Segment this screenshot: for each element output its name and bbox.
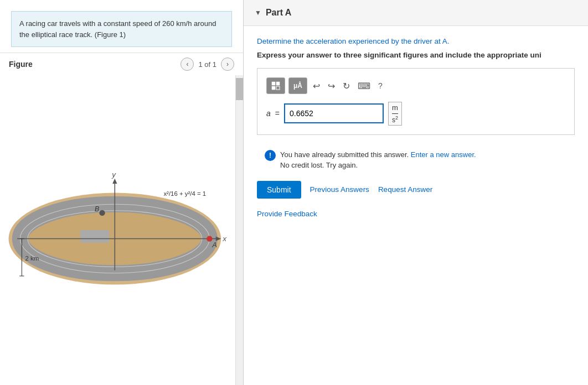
svg-marker-9 bbox=[112, 179, 117, 184]
warning-text: You have already submitted this answer. … bbox=[280, 149, 476, 171]
keyboard-icon: ⌨ bbox=[358, 81, 370, 91]
answer-input[interactable] bbox=[284, 103, 384, 123]
svg-rect-6 bbox=[80, 230, 109, 243]
svg-point-13 bbox=[207, 236, 212, 241]
part-header: ▼ Part A bbox=[244, 0, 588, 26]
unit-denominator: s2 bbox=[392, 115, 398, 124]
input-row: a = m s2 bbox=[266, 102, 565, 126]
svg-text:x: x bbox=[222, 235, 227, 243]
scrollbar-thumb bbox=[236, 78, 243, 100]
warning-sub-text: No credit lost. Try again. bbox=[280, 161, 358, 169]
mu-button[interactable]: μÅ bbox=[288, 77, 307, 94]
help-icon: ? bbox=[376, 80, 385, 91]
svg-text:y: y bbox=[111, 170, 116, 179]
keyboard-button[interactable]: ⌨ bbox=[355, 80, 373, 92]
figure-canvas: x y A B x²/16 + y²/4 = 1 bbox=[0, 75, 243, 385]
left-panel: A racing car travels with a constant spe… bbox=[0, 0, 244, 385]
warning-box: ! You have already submitted this answer… bbox=[257, 144, 575, 176]
matrix-button[interactable] bbox=[266, 77, 285, 94]
figure-area: Figure ‹ 1 of 1 › bbox=[0, 53, 243, 385]
warning-main-text: You have already submitted this answer. … bbox=[280, 150, 476, 159]
action-row: Submit Previous Answers Request Answer bbox=[257, 179, 575, 199]
problem-text-box: A racing car travels with a constant spe… bbox=[11, 11, 232, 47]
collapse-arrow-icon[interactable]: ▼ bbox=[255, 9, 261, 17]
figure-next-button[interactable]: › bbox=[221, 58, 234, 71]
track-area: x y A B x²/16 + y²/4 = 1 bbox=[0, 75, 235, 385]
part-content: Determine the acceleration experienced b… bbox=[244, 26, 588, 229]
svg-point-15 bbox=[99, 210, 105, 216]
toolbar: μÅ ↩ ↪ ↻ ⌨ ? bbox=[266, 77, 565, 94]
redo-button[interactable]: ↪ bbox=[326, 80, 337, 92]
figure-nav: ‹ 1 of 1 › bbox=[180, 58, 234, 71]
svg-rect-22 bbox=[272, 82, 275, 85]
matrix-icon bbox=[271, 81, 280, 90]
warning-icon: ! bbox=[265, 150, 276, 161]
svg-text:A: A bbox=[212, 241, 217, 249]
reset-button[interactable]: ↻ bbox=[341, 80, 352, 92]
svg-rect-24 bbox=[272, 86, 275, 90]
question-text: Determine the acceleration experienced b… bbox=[257, 37, 575, 45]
unit-numerator: m bbox=[392, 103, 398, 114]
undo-icon: ↩ bbox=[313, 81, 320, 91]
answer-box: μÅ ↩ ↪ ↻ ⌨ ? bbox=[257, 68, 575, 135]
svg-rect-25 bbox=[276, 86, 280, 90]
part-title: Part A bbox=[266, 8, 292, 18]
redo-icon: ↪ bbox=[328, 81, 335, 91]
track-svg: x y A B x²/16 + y²/4 = 1 bbox=[0, 75, 235, 385]
equals-sign: = bbox=[275, 109, 280, 118]
figure-count: 1 of 1 bbox=[198, 60, 216, 69]
request-answer-link[interactable]: Request Answer bbox=[378, 185, 432, 194]
svg-text:2 km: 2 km bbox=[25, 255, 39, 262]
svg-text:x²/16 + y²/4 = 1: x²/16 + y²/4 = 1 bbox=[163, 190, 206, 197]
svg-text:B: B bbox=[95, 205, 99, 213]
mu-label: μÅ bbox=[293, 82, 302, 90]
right-panel: ▼ Part A Determine the acceleration expe… bbox=[244, 0, 588, 385]
variable-label: a bbox=[266, 109, 271, 118]
scrollbar[interactable] bbox=[235, 75, 243, 385]
problem-text: A racing car travels with a constant spe… bbox=[19, 19, 216, 39]
figure-prev-button[interactable]: ‹ bbox=[180, 58, 194, 71]
enter-new-link[interactable]: Enter a new answer. bbox=[411, 150, 476, 159]
unit-fraction: m s2 bbox=[388, 102, 402, 126]
instruction-text: Express your answer to three significant… bbox=[257, 51, 575, 59]
figure-header: Figure ‹ 1 of 1 › bbox=[0, 53, 243, 75]
previous-answers-link[interactable]: Previous Answers bbox=[310, 185, 369, 194]
svg-rect-23 bbox=[276, 82, 280, 85]
reset-icon: ↻ bbox=[343, 81, 350, 91]
provide-feedback-link[interactable]: Provide Feedback bbox=[257, 210, 575, 218]
submit-button[interactable]: Submit bbox=[257, 181, 301, 199]
undo-button[interactable]: ↩ bbox=[311, 80, 322, 92]
figure-title: Figure bbox=[9, 60, 33, 69]
